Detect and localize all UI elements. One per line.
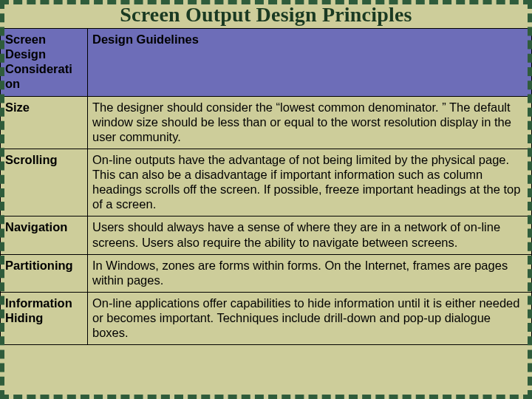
- row-label: Partitioning: [1, 254, 88, 292]
- table-row: Partitioning In Windows, zones are forms…: [1, 254, 532, 292]
- table-row: Scrolling On-line outputs have the advan…: [1, 149, 532, 216]
- row-label: Size: [1, 96, 88, 149]
- header-consideration: Screen Design Considerati on: [1, 29, 88, 97]
- table-row: Information Hiding On-line applications …: [1, 292, 532, 344]
- header-guidelines: Design Guidelines: [88, 29, 532, 97]
- row-body: On-line applications offer capabilities …: [88, 292, 532, 344]
- page-title: Screen Output Design Principles: [0, 0, 532, 28]
- table-row: Size The designer should consider the “l…: [1, 96, 532, 149]
- row-body: The designer should consider the “lowest…: [88, 96, 532, 149]
- row-body: In Windows, zones are forms within forms…: [88, 254, 532, 292]
- row-label: Scrolling: [1, 149, 88, 216]
- row-label: Navigation: [1, 216, 88, 254]
- table-row: Navigation Users should always have a se…: [1, 216, 532, 254]
- row-body: On-line outputs have the advantage of no…: [88, 149, 532, 216]
- row-body: Users should always have a sense of wher…: [88, 216, 532, 254]
- table-header-row: Screen Design Considerati on Design Guid…: [1, 29, 532, 97]
- row-label: Information Hiding: [1, 292, 88, 344]
- principles-table: Screen Design Considerati on Design Guid…: [0, 28, 532, 345]
